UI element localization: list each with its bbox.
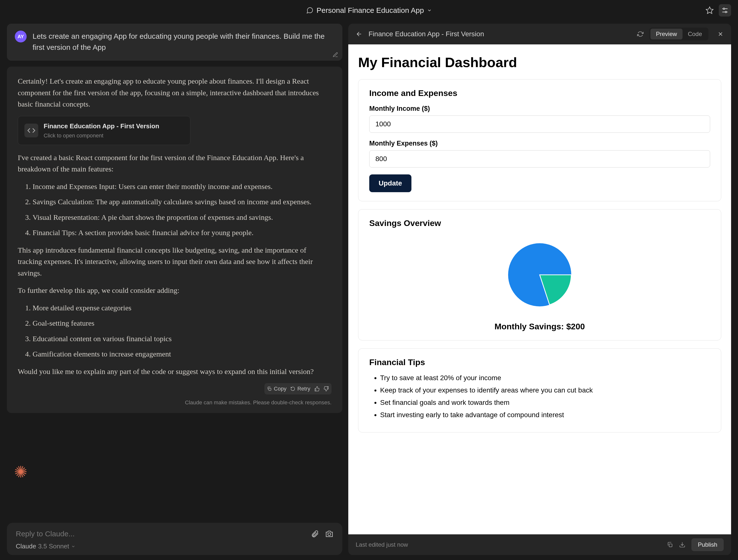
user-message: AY Lets create an engaging App for educa… <box>7 24 342 61</box>
list-item: Start investing early to take advantage … <box>380 411 710 419</box>
message-input-box: Reply to Claude... Claude 3.5 Sonnet <box>7 523 342 555</box>
conversation-title-text: Personal Finance Education App <box>317 6 424 15</box>
message-input[interactable]: Reply to Claude... <box>16 530 74 538</box>
thumbs-down-button[interactable] <box>324 386 329 391</box>
edit-message-button[interactable] <box>333 52 338 58</box>
artifact-header-title: Finance Education App - First Version <box>369 30 631 38</box>
tips-list: Try to save at least 20% of your income … <box>369 374 710 419</box>
assistant-intro: Certainly! Let's create an engaging app … <box>18 75 332 110</box>
list-item: Savings Calculation: The app automatical… <box>33 196 332 208</box>
thumbs-up-button[interactable] <box>314 386 320 391</box>
app-header: Personal Finance Education App <box>0 0 738 21</box>
code-icon <box>24 123 38 137</box>
list-item: Keep track of your expenses to identify … <box>380 386 710 394</box>
claude-logo-icon <box>14 465 28 479</box>
settings-sliders-button[interactable] <box>719 4 731 17</box>
svg-point-22 <box>328 533 331 536</box>
savings-amount: Monthly Savings: $200 <box>369 322 710 331</box>
savings-pie-chart <box>369 235 710 314</box>
svg-point-4 <box>725 11 727 13</box>
publish-button[interactable]: Publish <box>691 538 724 551</box>
refresh-button[interactable] <box>637 31 644 37</box>
assistant-message: Certainly! Let's create an engaging app … <box>7 67 342 413</box>
card-title: Income and Expenses <box>369 88 710 98</box>
retry-button[interactable]: Retry <box>290 384 310 393</box>
tab-code[interactable]: Code <box>683 29 707 39</box>
artifact-header: Finance Education App - First Version Pr… <box>348 24 731 44</box>
assistant-paragraph: This app introduces fundamental financia… <box>18 245 332 279</box>
list-item: Try to save at least 20% of your income <box>380 374 710 382</box>
svg-marker-0 <box>706 7 713 14</box>
artifact-card-subtitle: Click to open component <box>44 131 159 140</box>
assistant-paragraph: To further develop this app, we could co… <box>18 285 332 296</box>
message-actions: Copy Retry <box>18 383 332 394</box>
artifact-preview: My Financial Dashboard Income and Expens… <box>348 44 731 534</box>
disclaimer-text: Claude can make mistakes. Please double-… <box>18 398 332 407</box>
svg-rect-27 <box>669 544 672 547</box>
artifact-card-title: Finance Education App - First Version <box>44 121 159 131</box>
copy-button[interactable]: Copy <box>267 384 286 393</box>
model-selector[interactable]: Claude 3.5 Sonnet <box>16 543 334 550</box>
preview-code-toggle: Preview Code <box>650 28 708 40</box>
dashboard-title: My Financial Dashboard <box>358 54 721 70</box>
list-item: Gamification elements to increase engage… <box>33 348 332 360</box>
assistant-after-card: I've created a basic React component for… <box>18 152 332 175</box>
income-input[interactable] <box>369 115 710 133</box>
list-item: Set financial goals and work towards the… <box>380 399 710 406</box>
tab-preview[interactable]: Preview <box>651 29 682 39</box>
attachment-button[interactable] <box>311 530 319 538</box>
assistant-closing: Would you like me to explain any part of… <box>18 366 332 377</box>
list-item: Goal-setting features <box>33 317 332 329</box>
list-item: Visual Representation: A pie chart shows… <box>33 212 332 223</box>
svg-rect-5 <box>269 388 271 390</box>
user-message-text: Lets create an engaging App for educatin… <box>33 31 334 53</box>
chevron-down-icon <box>427 8 432 13</box>
card-title: Savings Overview <box>369 218 710 228</box>
back-button[interactable] <box>356 31 363 37</box>
income-expenses-card: Income and Expenses Monthly Income ($) M… <box>358 79 721 201</box>
features-list: Income and Expenses Input: Users can ent… <box>18 181 332 239</box>
list-item: More detailed expense categories <box>33 302 332 314</box>
svg-point-2 <box>723 8 725 9</box>
copy-artifact-button[interactable] <box>667 542 673 548</box>
chat-icon <box>306 7 314 14</box>
list-item: Income and Expenses Input: Users can ent… <box>33 181 332 193</box>
tips-card: Financial Tips Try to save at least 20% … <box>358 348 721 433</box>
conversation-title[interactable]: Personal Finance Education App <box>306 6 432 15</box>
expenses-input[interactable] <box>369 150 710 168</box>
savings-card: Savings Overview Monthly Savings: $200 <box>358 209 721 340</box>
camera-button[interactable] <box>325 530 334 538</box>
artifact-card[interactable]: Finance Education App - First Version Cl… <box>18 116 191 145</box>
income-label: Monthly Income ($) <box>369 105 710 112</box>
user-avatar: AY <box>15 31 27 42</box>
improvements-list: More detailed expense categories Goal-se… <box>18 302 332 360</box>
list-item: Financial Tips: A section provides basic… <box>33 227 332 239</box>
last-edited-text: Last edited just now <box>356 541 408 548</box>
update-button[interactable]: Update <box>369 175 411 192</box>
list-item: Educational content on various financial… <box>33 333 332 345</box>
card-title: Financial Tips <box>369 357 710 367</box>
artifact-footer: Last edited just now Publish <box>348 534 731 555</box>
star-button[interactable] <box>703 4 716 17</box>
download-button[interactable] <box>679 542 686 548</box>
expenses-label: Monthly Expenses ($) <box>369 139 710 147</box>
close-button[interactable] <box>717 31 724 37</box>
artifact-panel: Finance Education App - First Version Pr… <box>348 24 731 555</box>
